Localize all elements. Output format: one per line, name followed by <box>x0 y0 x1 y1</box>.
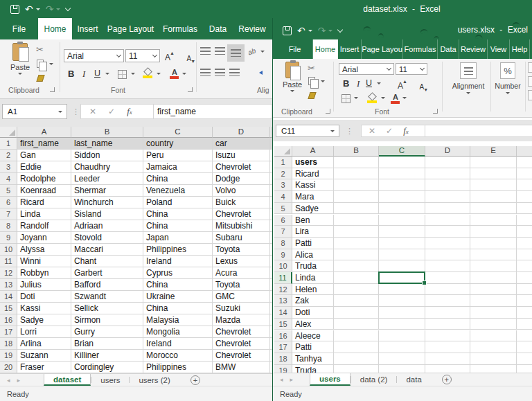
cell-A19[interactable]: Truda <box>292 365 334 373</box>
font-color-dropdown-icon[interactable] <box>182 73 186 75</box>
ribbon-tab-home[interactable]: Home <box>313 39 338 59</box>
cell-D9[interactable] <box>425 249 470 261</box>
confirm-formula-icon[interactable]: ✓ <box>386 126 393 136</box>
ribbon-tab-review[interactable]: Review <box>459 39 488 59</box>
row-number-3[interactable]: 3 <box>0 161 17 173</box>
cell-x6[interactable] <box>517 215 532 226</box>
alignment-group[interactable]: Alignment <box>447 62 489 94</box>
align-center-icon[interactable] <box>215 69 225 76</box>
cell-E11[interactable] <box>470 272 517 284</box>
row-number-12[interactable]: 12 <box>274 284 292 296</box>
cell-C3[interactable] <box>379 179 425 191</box>
cell-B19[interactable] <box>334 365 379 373</box>
row-number-19[interactable]: 19 <box>274 365 292 373</box>
font-size-combo[interactable]: 11 <box>396 63 427 75</box>
cell-A14[interactable]: Doti <box>292 307 334 319</box>
paste-dropdown-icon[interactable] <box>18 73 22 75</box>
cell-A9[interactable]: Alica <box>292 249 334 261</box>
select-all-corner[interactable] <box>274 146 292 157</box>
cell-D10[interactable] <box>425 260 470 272</box>
align-right-icon[interactable] <box>229 69 240 76</box>
cell-E12[interactable] <box>470 284 517 296</box>
row-number-9[interactable]: 9 <box>0 232 17 244</box>
row-number-19[interactable]: 19 <box>0 350 17 362</box>
cell-A11[interactable]: Winni <box>17 256 71 267</box>
underline-button[interactable]: U <box>366 78 372 88</box>
cell-x15[interactable] <box>517 319 532 330</box>
cell-D12[interactable]: Acura <box>213 267 270 279</box>
cell-C6[interactable] <box>379 215 425 226</box>
cell-C7[interactable]: China <box>143 208 213 220</box>
ribbon-tab-help[interactable]: Help <box>510 39 530 59</box>
cell-x16[interactable] <box>517 330 532 342</box>
cell-C17[interactable] <box>379 341 425 353</box>
sheet-tab-data[interactable]: data <box>397 373 430 386</box>
insert-function-icon[interactable]: fx <box>127 106 132 117</box>
cell-C7[interactable] <box>379 226 425 238</box>
name-box[interactable]: C11 <box>276 125 339 137</box>
cell-A5[interactable]: Sadye <box>292 203 334 215</box>
row-number-17[interactable]: 17 <box>274 341 292 353</box>
cell-C15[interactable] <box>379 319 425 330</box>
column-header-D[interactable]: D <box>425 146 470 157</box>
cell-A8[interactable]: Randolf <box>17 220 71 232</box>
cell-B6[interactable] <box>334 215 379 226</box>
cell-B10[interactable]: Maccari <box>71 244 143 256</box>
cell-A1[interactable]: first_name <box>17 138 71 150</box>
cut-icon[interactable]: ✂ <box>308 64 315 73</box>
cell-x3[interactable] <box>517 179 532 191</box>
cell-D13[interactable] <box>425 295 470 307</box>
cell-B18[interactable]: Brian <box>71 338 143 350</box>
cell-B1[interactable]: last_name <box>71 138 143 150</box>
cell-D20[interactable]: BMW <box>213 362 270 373</box>
insert-function-icon[interactable]: fx <box>403 125 409 136</box>
cell-D17[interactable] <box>425 341 470 353</box>
cell-B11[interactable]: Chant <box>71 256 143 267</box>
cell-C16[interactable]: Malaysia <box>143 314 213 326</box>
cell-B5[interactable] <box>334 203 379 215</box>
cell-A19[interactable]: Suzann <box>17 350 71 362</box>
cancel-formula-icon[interactable]: ✕ <box>369 126 375 136</box>
conditional-formatting-icon[interactable] <box>528 62 532 73</box>
ribbon-tab-insert[interactable]: Insert <box>338 39 362 59</box>
cell-B7[interactable] <box>334 226 379 238</box>
row-number-8[interactable]: 8 <box>0 220 17 232</box>
cell-A5[interactable]: Koenraad <box>17 185 71 197</box>
cell-C1[interactable] <box>379 157 425 168</box>
cell-D19[interactable]: Chevrolet <box>213 350 270 362</box>
cell-C12[interactable]: Cyprus <box>143 267 213 279</box>
column-header-C[interactable]: C <box>379 146 425 157</box>
ribbon-tab-view[interactable]: View <box>488 39 510 59</box>
cell-D12[interactable] <box>425 284 470 296</box>
font-color-icon[interactable]: A <box>170 69 179 79</box>
cell-A4[interactable]: Mara <box>292 191 334 203</box>
cell-D9[interactable]: Subaru <box>213 232 270 244</box>
cell-C3[interactable]: Jamaica <box>143 161 213 173</box>
bold-button[interactable]: B <box>343 78 349 89</box>
cell-B4[interactable]: Leeder <box>71 173 143 185</box>
row-number-9[interactable]: 9 <box>274 249 292 261</box>
fill-color-dropdown-icon[interactable] <box>381 97 385 99</box>
cell-D10[interactable]: Toyota <box>213 244 270 256</box>
cell-A16[interactable]: Aleece <box>292 330 334 342</box>
cell-D4[interactable] <box>425 191 470 203</box>
row-number-10[interactable]: 10 <box>0 244 17 256</box>
cell-C2[interactable] <box>379 168 425 180</box>
cell-D6[interactable] <box>425 215 470 226</box>
cell-D13[interactable]: Toyota <box>213 279 270 291</box>
row-number-17[interactable]: 17 <box>0 326 17 338</box>
cell-C11[interactable]: Ireland <box>143 256 213 267</box>
cell-C4[interactable]: China <box>143 173 213 185</box>
align-left-icon[interactable] <box>200 69 211 76</box>
cell-C8[interactable] <box>379 238 425 249</box>
formula-input[interactable] <box>425 125 532 137</box>
cell-E19[interactable] <box>470 365 517 373</box>
cell-E13[interactable] <box>470 295 517 307</box>
cell-B6[interactable]: Winchurch <box>71 197 143 208</box>
cell-A1[interactable]: users <box>292 157 334 168</box>
row-number-14[interactable]: 14 <box>274 307 292 319</box>
cell-B4[interactable] <box>334 191 379 203</box>
cell-C1[interactable]: country <box>143 138 213 150</box>
cell-E16[interactable] <box>470 330 517 342</box>
underline-button[interactable]: U <box>94 69 100 78</box>
